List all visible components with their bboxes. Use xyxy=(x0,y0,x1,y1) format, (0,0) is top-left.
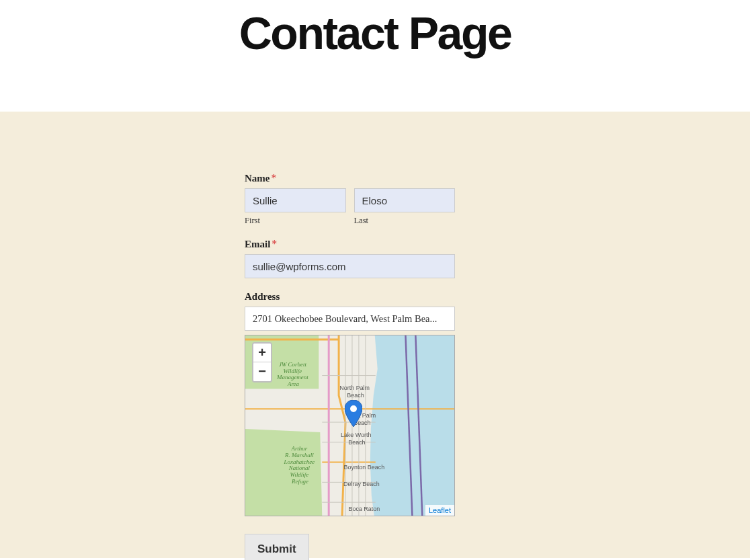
last-name-input[interactable] xyxy=(354,188,456,212)
address-label: Address xyxy=(245,291,280,303)
zoom-controls: + − xyxy=(252,342,272,383)
last-name-sublabel: Last xyxy=(354,216,456,226)
form-section: Name* First Last Email* Address xyxy=(0,112,750,558)
map-attribution[interactable]: Leaflet xyxy=(425,505,454,516)
first-name-input[interactable] xyxy=(245,188,346,212)
svg-point-10 xyxy=(350,405,357,412)
map-marker-icon xyxy=(345,400,362,427)
submit-button[interactable]: Submit xyxy=(245,534,309,560)
email-required-mark: * xyxy=(272,238,277,249)
name-field-block: Name* First Last xyxy=(245,172,455,226)
zoom-in-button[interactable]: + xyxy=(253,344,271,362)
name-label: Name xyxy=(245,173,270,184)
name-required-mark: * xyxy=(272,172,277,184)
page-title: Contact Page xyxy=(0,7,750,59)
svg-text:Delray Beach: Delray Beach xyxy=(343,481,380,487)
map[interactable]: JW Corbett Wildlife Management Area Arth… xyxy=(245,335,455,516)
svg-text:Boynton Beach: Boynton Beach xyxy=(344,464,385,471)
address-field-block: Address xyxy=(245,290,455,516)
email-label: Email xyxy=(245,239,270,250)
first-name-sublabel: First xyxy=(245,216,346,226)
email-input[interactable] xyxy=(245,254,455,278)
address-input[interactable] xyxy=(245,307,455,331)
svg-text:Boca Raton: Boca Raton xyxy=(349,506,380,512)
zoom-out-button[interactable]: − xyxy=(253,362,271,381)
email-field-block: Email* xyxy=(245,238,455,278)
